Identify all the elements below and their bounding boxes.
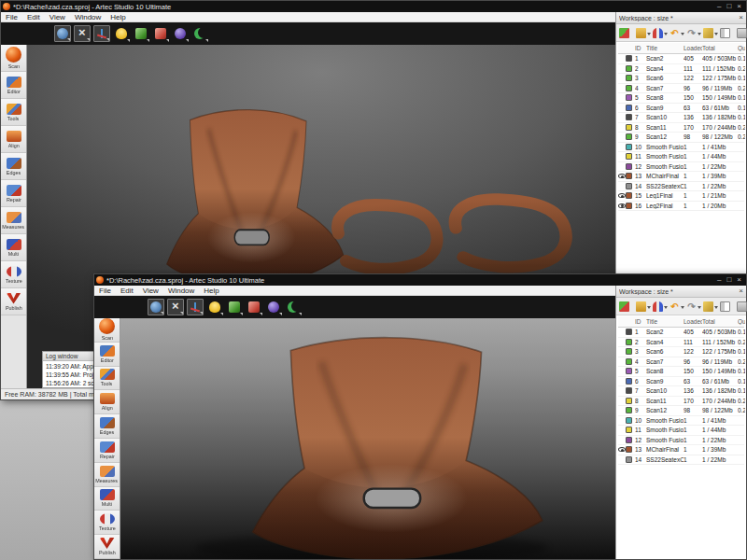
- toolbar-button[interactable]: [113, 25, 130, 42]
- sidebar-item[interactable]: Repair: [94, 439, 120, 463]
- close-button[interactable]: ×: [737, 3, 741, 10]
- workspace-tool-button[interactable]: [636, 28, 651, 38]
- table-row[interactable]: 5 Scan8 150 150 / 149Mb 0.1: [618, 93, 744, 104]
- dropdown-caret-icon[interactable]: [299, 313, 302, 315]
- table-row[interactable]: 14 SS22SeatexCha 1 1 1 / 22Mb: [618, 455, 744, 466]
- menu-item[interactable]: File: [94, 287, 116, 295]
- table-row[interactable]: 5 Scan8 150 150 / 149Mb 0.1: [618, 367, 744, 377]
- menu-item[interactable]: Help: [106, 13, 130, 21]
- dropdown-caret-icon[interactable]: [186, 39, 189, 42]
- sidebar-item[interactable]: Edges: [94, 414, 120, 439]
- sidebar-item[interactable]: Publish: [1, 288, 26, 315]
- dropdown-caret-icon[interactable]: [161, 312, 163, 315]
- minimize-button[interactable]: –: [717, 3, 721, 10]
- table-row[interactable]: 9 Scan12 98 98 / 122Mb 0.2: [618, 406, 744, 416]
- toolbar-button[interactable]: [93, 25, 110, 42]
- table-row[interactable]: 12 Smooth Fusion 1 1 1 / 22Mb: [618, 436, 744, 446]
- table-row[interactable]: 3 Scan6 122 122 / 175Mb 0.1: [618, 74, 744, 84]
- toolbar-button[interactable]: [148, 299, 164, 315]
- viewport-3d-front[interactable]: [120, 318, 615, 559]
- workspace-tool-button[interactable]: [703, 301, 718, 312]
- table-row[interactable]: 11 Smooth Fusion 1 1 1 / 44Mb: [618, 152, 744, 162]
- table-row[interactable]: 14 SS22SeatexCha 1 1 1 / 22Mb: [618, 182, 744, 192]
- sidebar-item[interactable]: Texture: [1, 261, 26, 288]
- workspace-close-icon[interactable]: ×: [739, 14, 743, 21]
- sidebar-item[interactable]: Align: [94, 390, 120, 414]
- dropdown-caret-icon[interactable]: [698, 306, 701, 309]
- sidebar-item[interactable]: Edges: [1, 153, 26, 180]
- toolbar-button[interactable]: [133, 25, 149, 42]
- table-row[interactable]: 10 Smooth Fusion 1 1 1 / 41Mb: [618, 143, 744, 153]
- sidebar-item[interactable]: Align: [1, 126, 26, 153]
- sidebar-item[interactable]: Editor: [1, 72, 26, 99]
- menu-item[interactable]: Edit: [116, 287, 138, 295]
- app-window-front[interactable]: *D:\Rachel\zad.cza.sproj - Artec Studio …: [93, 273, 747, 560]
- minimize-button[interactable]: –: [717, 276, 721, 284]
- eye-icon[interactable]: [618, 174, 626, 178]
- eye-icon[interactable]: [618, 203, 626, 208]
- table-row[interactable]: 11 Smooth Fusion 1 1 1 / 44Mb: [618, 426, 744, 436]
- sidebar-item[interactable]: Editor: [94, 343, 120, 367]
- menu-item[interactable]: Window: [70, 13, 106, 21]
- workspace-tool-button[interactable]: [737, 301, 747, 312]
- table-row[interactable]: 7 Scan10 136 136 / 182Mb 0.1: [618, 113, 744, 123]
- table-row[interactable]: 16 Leg2Final 1 1 / 20Mb: [618, 202, 744, 212]
- dropdown-caret-icon[interactable]: [664, 306, 668, 309]
- sidebar-item[interactable]: Measures: [94, 463, 120, 487]
- toolbar-button[interactable]: [265, 299, 282, 315]
- table-row[interactable]: 7 Scan10 136 136 / 182Mb 0.1: [618, 386, 744, 397]
- dropdown-caret-icon[interactable]: [67, 38, 70, 41]
- menu-item[interactable]: View: [45, 13, 70, 21]
- dropdown-caret-icon[interactable]: [200, 312, 203, 315]
- dropdown-caret-icon[interactable]: [166, 39, 169, 42]
- menu-item[interactable]: View: [138, 287, 163, 295]
- table-row[interactable]: 9 Scan12 98 98 / 122Mb 0.2: [618, 133, 744, 143]
- table-row[interactable]: 6 Scan9 63 63 / 61Mb 0.1: [618, 377, 744, 387]
- titlebar[interactable]: *D:\Rachel\zad.cza.sproj - Artec Studio …: [1, 1, 746, 12]
- table-row[interactable]: 12 Smooth Fusion 1 1 1 / 22Mb: [618, 162, 744, 173]
- sidebar-item[interactable]: Scan: [1, 45, 26, 72]
- workspace-tool-button[interactable]: [619, 28, 634, 38]
- table-row[interactable]: 1 Scan2 405 405 / 503Mb 0.1: [618, 328, 744, 338]
- sidebar-item[interactable]: Scan: [94, 318, 120, 343]
- dropdown-caret-icon[interactable]: [147, 39, 149, 42]
- workspace-tool-button[interactable]: [669, 28, 684, 38]
- workspace-tool-button[interactable]: [653, 28, 668, 38]
- workspace-tool-button[interactable]: [653, 301, 668, 312]
- toolbar-button[interactable]: [191, 25, 208, 42]
- sidebar-item[interactable]: Tools: [1, 99, 26, 126]
- dropdown-caret-icon[interactable]: [220, 313, 223, 315]
- workspace-tool-button[interactable]: [669, 301, 684, 312]
- dropdown-caret-icon[interactable]: [647, 33, 651, 35]
- toolbar-button[interactable]: [152, 25, 169, 42]
- sidebar-item[interactable]: Repair: [1, 180, 26, 207]
- toolbar-button[interactable]: [167, 299, 184, 315]
- table-row[interactable]: 2 Scan4 111 111 / 152Mb 0.2: [618, 64, 744, 75]
- menu-item[interactable]: Help: [199, 287, 223, 295]
- dropdown-caret-icon[interactable]: [647, 306, 651, 309]
- toolbar-button[interactable]: [285, 299, 302, 315]
- workspace-tool-button[interactable]: [619, 301, 634, 312]
- table-row[interactable]: 15 Leg1Final 1 1 / 21Mb: [618, 191, 744, 202]
- dropdown-caret-icon[interactable]: [240, 313, 243, 315]
- sidebar-item[interactable]: Multi: [1, 234, 26, 261]
- dropdown-caret-icon[interactable]: [698, 33, 701, 35]
- dropdown-caret-icon[interactable]: [127, 39, 130, 42]
- dropdown-caret-icon[interactable]: [714, 306, 718, 309]
- maximize-button[interactable]: □: [726, 3, 731, 10]
- dropdown-caret-icon[interactable]: [87, 38, 90, 41]
- table-row[interactable]: 8 Scan11 170 170 / 244Mb 0.2: [618, 123, 744, 133]
- table-row[interactable]: 13 MChairFinal 1 1 / 39Mb: [618, 445, 744, 455]
- table-row[interactable]: 13 MChairFinal 1 1 / 39Mb: [618, 172, 744, 182]
- dropdown-caret-icon[interactable]: [681, 33, 684, 35]
- eye-icon[interactable]: [618, 193, 626, 198]
- sidebar-item[interactable]: Publish: [94, 535, 120, 559]
- table-row[interactable]: 4 Scan7 96 96 / 119Mb 0.2: [618, 84, 744, 94]
- eye-icon[interactable]: [618, 447, 626, 452]
- table-row[interactable]: 8 Scan11 170 170 / 244Mb 0.2: [618, 397, 744, 407]
- workspace-tool-button[interactable]: [703, 28, 718, 38]
- table-row[interactable]: 1 Scan2 405 405 / 503Mb 0.1: [618, 54, 744, 64]
- dropdown-caret-icon[interactable]: [279, 313, 282, 315]
- workspace-tool-button[interactable]: [636, 301, 651, 312]
- maximize-button[interactable]: □: [726, 276, 731, 284]
